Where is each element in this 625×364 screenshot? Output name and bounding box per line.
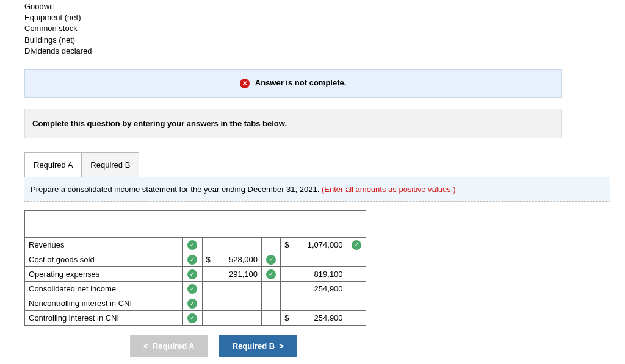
- row-label[interactable]: Controlling interest in CNI: [25, 310, 183, 325]
- prev-button[interactable]: < Required A: [130, 335, 208, 357]
- tab-panel: Prepare a consolidated income statement …: [24, 177, 610, 202]
- currency: [202, 281, 215, 296]
- amount-cell[interactable]: [294, 296, 347, 310]
- check-icon: [347, 296, 366, 310]
- next-button[interactable]: Required B >: [219, 335, 297, 357]
- check-icon: [262, 296, 281, 310]
- check-icon: ✓: [262, 252, 281, 266]
- amount-cell[interactable]: 819,100: [294, 266, 347, 281]
- tab-required-b[interactable]: Required B: [81, 152, 139, 177]
- currency: [202, 296, 215, 310]
- check-icon: ✓: [183, 281, 202, 296]
- check-icon: ✓: [183, 266, 202, 281]
- currency: [281, 281, 294, 296]
- stmt-title: Consolidated Income Statement: [25, 210, 366, 224]
- list-item: Goodwill: [24, 1, 625, 12]
- currency: [202, 266, 215, 281]
- list-item: Buildings (net): [24, 35, 625, 46]
- tabs: Required A Required B: [24, 152, 625, 177]
- check-icon: [347, 266, 366, 281]
- list-item: Common stock: [24, 23, 625, 34]
- amount-cell[interactable]: [215, 237, 262, 252]
- check-icon: ✓: [183, 296, 202, 310]
- account-list: Goodwill Equipment (net) Common stock Bu…: [24, 0, 625, 57]
- row-label[interactable]: Cost of goods sold: [25, 252, 183, 266]
- currency: [281, 252, 294, 266]
- prev-label: Required A: [153, 341, 195, 351]
- amount-cell[interactable]: [294, 252, 347, 266]
- answer-status-banner: ✕ Answer is not complete.: [24, 69, 562, 98]
- check-icon: [347, 310, 366, 325]
- tab-required-a[interactable]: Required A: [24, 152, 82, 177]
- row-label[interactable]: Operating expenses: [25, 266, 183, 281]
- chevron-right-icon: >: [279, 341, 284, 351]
- currency: [202, 237, 215, 252]
- table-row: Revenues ✓ $ 1,074,000 ✓: [25, 237, 366, 252]
- row-label[interactable]: Revenues: [25, 237, 183, 252]
- row-label[interactable]: Noncontrolling interest in CNI: [25, 296, 183, 310]
- table-row: Cost of goods sold ✓ $ 528,000 ✓: [25, 252, 366, 266]
- income-statement-table: Consolidated Income Statement For the Ye…: [24, 210, 366, 326]
- instruction-text: Complete this question by entering your …: [32, 119, 287, 128]
- check-icon: ✓: [347, 237, 366, 252]
- table-row: Operating expenses ✓ 291,100 ✓ 819,100: [25, 266, 366, 281]
- check-icon: ✓: [183, 310, 202, 325]
- instruction-bar: Complete this question by entering your …: [24, 109, 562, 138]
- list-item: Equipment (net): [24, 12, 625, 23]
- amount-cell[interactable]: 1,074,000: [294, 237, 347, 252]
- stmt-subtitle: For the Year Ending December 31, 2021: [25, 224, 366, 237]
- amount-cell[interactable]: 254,900: [294, 281, 347, 296]
- check-icon: ✓: [183, 237, 202, 252]
- table-row: Noncontrolling interest in CNI ✓: [25, 296, 366, 310]
- currency: $: [281, 237, 294, 252]
- check-icon: ✓: [183, 252, 202, 266]
- currency: $: [202, 252, 215, 266]
- currency: [281, 266, 294, 281]
- table-row: Consolidated net income ✓ 254,900: [25, 281, 366, 296]
- check-icon: [347, 252, 366, 266]
- amount-cell[interactable]: [215, 296, 262, 310]
- row-label[interactable]: Consolidated net income: [25, 281, 183, 296]
- table-row: Controlling interest in CNI ✓ $ 254,900: [25, 310, 366, 325]
- list-item: Dividends declared: [24, 46, 625, 57]
- panel-text: Prepare a consolidated income statement …: [31, 185, 322, 194]
- currency: [202, 310, 215, 325]
- currency: $: [281, 310, 294, 325]
- currency: [281, 296, 294, 310]
- amount-cell[interactable]: [215, 310, 262, 325]
- answer-status-text: Answer is not complete.: [255, 78, 347, 87]
- x-circle-icon: ✕: [240, 79, 250, 88]
- check-icon: [262, 310, 281, 325]
- nav-buttons: < Required A Required B >: [24, 335, 403, 357]
- amount-cell[interactable]: 254,900: [294, 310, 347, 325]
- check-icon: [262, 237, 281, 252]
- check-icon: [347, 281, 366, 296]
- chevron-left-icon: <: [143, 341, 148, 351]
- next-label: Required B: [233, 341, 275, 351]
- check-icon: [262, 281, 281, 296]
- check-icon: ✓: [262, 266, 281, 281]
- panel-hint: (Enter all amounts as positive values.): [322, 185, 456, 194]
- amount-cell[interactable]: 528,000: [215, 252, 262, 266]
- amount-cell[interactable]: 291,100: [215, 266, 262, 281]
- amount-cell[interactable]: [215, 281, 262, 296]
